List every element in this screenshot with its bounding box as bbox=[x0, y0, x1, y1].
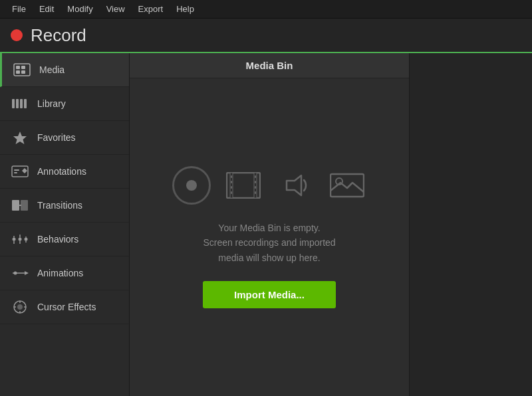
svg-rect-48 bbox=[331, 174, 364, 197]
svg-rect-1 bbox=[16, 66, 20, 69]
svg-rect-43 bbox=[255, 175, 256, 178]
svg-point-30 bbox=[17, 304, 23, 310]
record-circle-icon bbox=[172, 166, 211, 205]
svg-rect-0 bbox=[14, 64, 30, 76]
sidebar-label-animations: Animations bbox=[37, 268, 83, 278]
svg-rect-40 bbox=[231, 181, 232, 183]
sidebar-label-annotations: Annotations bbox=[37, 166, 86, 177]
svg-rect-6 bbox=[16, 99, 19, 108]
content-area: Media Bin bbox=[130, 53, 409, 396]
svg-point-17 bbox=[13, 238, 16, 241]
menu-view[interactable]: View bbox=[100, 3, 132, 15]
content-header: Media Bin bbox=[130, 53, 409, 78]
svg-point-19 bbox=[25, 238, 28, 241]
svg-marker-9 bbox=[13, 132, 27, 144]
sidebar-item-library[interactable]: Library bbox=[0, 87, 129, 121]
svg-rect-4 bbox=[21, 70, 25, 74]
sidebar-item-media[interactable]: Media bbox=[0, 53, 129, 87]
svg-rect-8 bbox=[24, 99, 27, 108]
sidebar-label-favorites: Favorites bbox=[37, 132, 76, 143]
svg-point-28 bbox=[14, 272, 17, 275]
library-icon bbox=[11, 96, 29, 111]
sidebar-label-transitions: Transitions bbox=[37, 200, 82, 211]
svg-rect-41 bbox=[231, 186, 232, 189]
import-media-button[interactable]: Import Media... bbox=[203, 281, 336, 308]
menu-help[interactable]: Help bbox=[170, 3, 201, 15]
svg-rect-3 bbox=[16, 70, 20, 74]
sidebar-item-favorites[interactable]: Favorites bbox=[0, 121, 129, 155]
menu-file[interactable]: File bbox=[5, 3, 33, 15]
sidebar-item-cursor-effects[interactable]: Cursor Effects bbox=[0, 290, 129, 324]
svg-rect-44 bbox=[255, 181, 256, 183]
sidebar-label-media: Media bbox=[39, 64, 65, 75]
menu-bar: File Edit Modify View Export Help bbox=[0, 0, 532, 19]
media-icon bbox=[13, 62, 31, 77]
audio-icon bbox=[276, 166, 315, 205]
svg-point-35 bbox=[186, 180, 197, 191]
cursor-effects-icon bbox=[11, 300, 29, 314]
svg-rect-2 bbox=[21, 66, 25, 69]
svg-rect-15 bbox=[21, 200, 28, 211]
svg-rect-14 bbox=[12, 200, 19, 211]
favorites-icon bbox=[11, 130, 29, 145]
svg-marker-27 bbox=[25, 271, 29, 275]
svg-rect-45 bbox=[255, 186, 256, 189]
menu-edit[interactable]: Edit bbox=[33, 3, 61, 15]
svg-rect-7 bbox=[20, 99, 23, 108]
menu-export[interactable]: Export bbox=[132, 3, 170, 15]
menu-modify[interactable]: Modify bbox=[61, 3, 99, 15]
animations-icon bbox=[11, 266, 29, 280]
svg-rect-46 bbox=[255, 191, 256, 194]
behaviors-icon bbox=[11, 232, 29, 247]
sidebar: Media Library Favorites bbox=[0, 53, 130, 396]
svg-rect-42 bbox=[231, 191, 232, 194]
page-title: Record bbox=[31, 25, 86, 46]
title-bar: Record bbox=[0, 19, 532, 53]
annotations-icon bbox=[11, 164, 29, 179]
svg-rect-5 bbox=[12, 99, 15, 108]
transitions-icon bbox=[11, 198, 29, 213]
sidebar-item-transitions[interactable]: Transitions bbox=[0, 189, 129, 223]
content-body: Your Media Bin is empty. Screen recordin… bbox=[130, 78, 409, 396]
sidebar-item-annotations[interactable]: Annotations bbox=[0, 155, 129, 189]
film-strip-icon bbox=[224, 166, 263, 205]
sidebar-label-cursor-effects: Cursor Effects bbox=[37, 302, 96, 312]
image-icon bbox=[328, 166, 366, 205]
empty-state-text: Your Media Bin is empty. Screen recordin… bbox=[203, 221, 335, 265]
media-type-icons bbox=[172, 166, 366, 205]
sidebar-item-behaviors[interactable]: Behaviors bbox=[0, 223, 129, 256]
main-layout: Media Library Favorites bbox=[0, 53, 532, 396]
svg-marker-47 bbox=[287, 175, 301, 195]
svg-point-18 bbox=[19, 238, 22, 241]
sidebar-label-behaviors: Behaviors bbox=[37, 234, 78, 245]
sidebar-label-library: Library bbox=[37, 98, 66, 109]
svg-rect-11 bbox=[14, 169, 19, 171]
record-dot-icon bbox=[11, 29, 23, 41]
sidebar-item-animations[interactable]: Animations bbox=[0, 256, 129, 290]
right-panel bbox=[409, 53, 532, 396]
svg-rect-39 bbox=[231, 175, 232, 178]
svg-rect-12 bbox=[14, 172, 17, 173]
svg-marker-13 bbox=[22, 168, 27, 173]
